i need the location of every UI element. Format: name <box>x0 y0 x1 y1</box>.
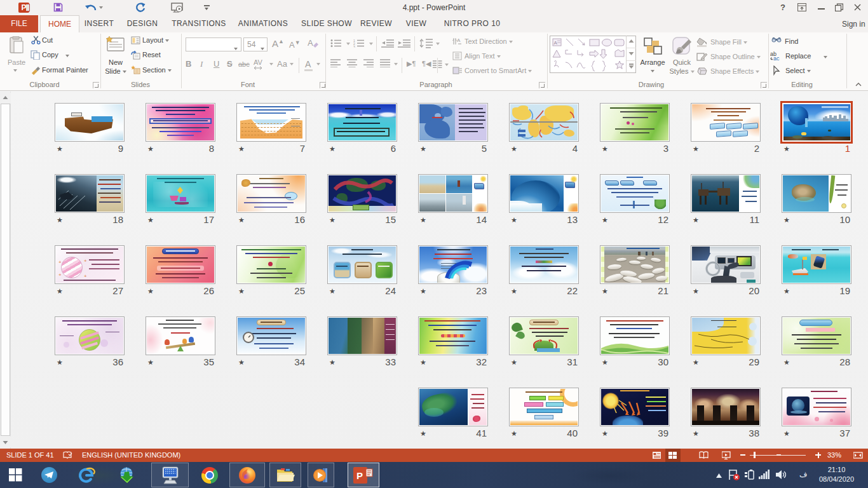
svg-text:ac: ac <box>773 55 780 61</box>
svg-text:P: P <box>356 470 363 481</box>
svg-text:A: A <box>308 38 313 48</box>
svg-text:3: 3 <box>353 45 355 48</box>
svg-text:A: A <box>554 40 558 46</box>
svg-text:A: A <box>457 37 461 43</box>
